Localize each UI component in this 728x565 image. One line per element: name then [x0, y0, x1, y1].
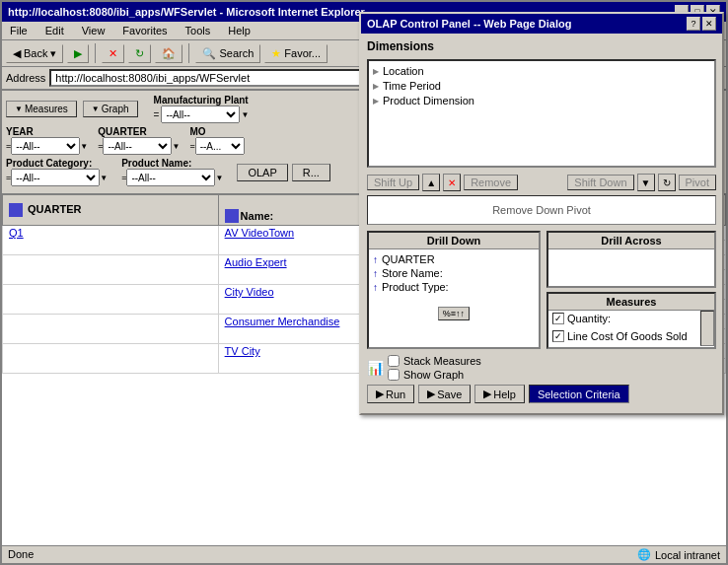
dimension-location[interactable]: ▶ Location [373, 65, 710, 77]
store-link[interactable]: AV VideoTown [225, 227, 295, 239]
shift-up-x-button[interactable]: ✕ [443, 174, 461, 191]
drill-arrow-0: ↑ [373, 254, 378, 265]
quarter-col-icon [9, 203, 23, 217]
menu-edit[interactable]: Edit [41, 24, 68, 37]
save-arrow-icon: ▶ [427, 388, 435, 400]
menu-tools[interactable]: Tools [182, 24, 215, 37]
dimension-time-period[interactable]: ▶ Time Period [373, 80, 710, 92]
olap-dialog: OLAP Control Panel -- Web Page Dialog ? … [359, 12, 724, 415]
dimension-product[interactable]: ▶ Product Dimension [373, 95, 710, 106]
drill-label-2: Product Type: [382, 281, 449, 293]
measure-check-0[interactable]: ✓ [552, 313, 564, 324]
dialog-controls: ? ✕ [687, 17, 716, 31]
measures-drill-container: Drill Across Measures ✓ Quantity: [546, 231, 716, 349]
shift-up-arrow-button[interactable]: ▲ [422, 174, 440, 191]
favorites-button[interactable]: ★ Favor... [264, 44, 328, 63]
quarter-dropdown-icon[interactable]: ▼ [172, 142, 180, 151]
stop-button[interactable]: ✕ [102, 44, 124, 63]
product-name-label: Product Name: [121, 158, 223, 169]
menu-favorites[interactable]: Favorites [118, 24, 171, 37]
back-button[interactable]: ◀ Back ▾ [6, 44, 63, 63]
remove-button[interactable]: Remove [464, 175, 518, 190]
run-button[interactable]: ▶ Run [367, 385, 414, 403]
pc-dropdown-icon[interactable]: ▼ [100, 174, 108, 182]
dropdown-arrow-icon: ▾ [50, 47, 56, 60]
home-button[interactable]: 🏠 [155, 44, 182, 63]
help-arrow-icon: ▶ [483, 388, 491, 400]
dim-label-1: Time Period [383, 80, 441, 92]
menu-view[interactable]: View [78, 24, 109, 37]
stack-measures-checkbox[interactable] [388, 355, 400, 367]
show-graph-checkbox[interactable] [388, 369, 400, 381]
pivot-button[interactable]: Pivot [679, 175, 716, 190]
store-link[interactable]: City Video [225, 286, 274, 298]
measures-container: Measures ✓ Quantity: ✓ Line Cost Of Good… [546, 292, 716, 349]
measures-tab-icon: ▼ [15, 105, 23, 113]
dim-label-2: Product Dimension [383, 95, 474, 106]
dimensions-panel: ▶ Location ▶ Time Period ▶ Product Dimen… [367, 59, 716, 168]
search-button[interactable]: 🔍 Search [195, 44, 260, 63]
year-select[interactable]: --All-- [11, 137, 80, 155]
mo-select[interactable]: --A... [195, 137, 245, 155]
run-page-button[interactable]: R... [292, 164, 330, 181]
measures-scrollbar[interactable] [700, 311, 714, 346]
store-link[interactable]: Consumer Merchandise [225, 316, 340, 327]
dialog-close-button[interactable]: ✕ [702, 17, 716, 31]
product-name-select[interactable]: --All-- [126, 169, 215, 186]
drill-item-1[interactable]: ↑ Store Name: [373, 267, 535, 279]
col-header-quarter: QUARTER [3, 195, 219, 226]
shift-down-button[interactable]: Shift Down [567, 175, 633, 190]
refresh-icon: ↻ [135, 47, 144, 60]
manufacturing-plant-select[interactable]: --All-- [161, 106, 240, 123]
drill-arrow-1: ↑ [373, 268, 378, 279]
olap-button[interactable]: OLAP [237, 164, 287, 181]
show-graph-option: Show Graph [388, 369, 481, 381]
quarter-label: QUARTER [98, 126, 180, 137]
mfg-dropdown-icon[interactable]: ▼ [241, 110, 249, 119]
run-arrow-icon: ▶ [376, 388, 384, 400]
graph-tab[interactable]: ▼ Graph [83, 101, 138, 117]
refresh-button[interactable]: ↻ [128, 44, 151, 63]
store-link[interactable]: Audio Expert [225, 256, 287, 268]
drill-down-list: ↑ QUARTER ↑ Store Name: ↑ Product Type: [369, 249, 539, 299]
star-icon: ★ [271, 47, 281, 60]
drill-item-2[interactable]: ↑ Product Type: [373, 281, 535, 293]
quarter-link[interactable]: Q1 [9, 227, 24, 239]
dim-arrow-icon-1: ▶ [373, 82, 379, 91]
quarter-select[interactable]: --All-- [103, 137, 172, 155]
stack-measures-label: Stack Measures [403, 355, 481, 367]
drill-down-scroll-button[interactable]: %≡↑↑ [438, 307, 470, 320]
menu-file[interactable]: File [6, 24, 32, 37]
measure-label-1: Line Cost Of Goods Sold [567, 330, 688, 342]
forward-button[interactable]: ▶ [67, 44, 89, 63]
bar-chart-icon: 📊 [367, 360, 384, 376]
save-button[interactable]: ▶ Save [418, 385, 471, 403]
stop-icon: ✕ [109, 47, 117, 60]
measure-item-1: ✓ Line Cost Of Goods Sold [548, 328, 700, 344]
dialog-question-button[interactable]: ? [687, 17, 700, 31]
menu-help[interactable]: Help [224, 24, 255, 37]
measure-label-0: Quantity: [567, 313, 611, 324]
search-icon: 🔍 [202, 47, 216, 60]
shift-down-arrow-button[interactable]: ▼ [637, 174, 655, 191]
product-category-select[interactable]: --All-- [11, 169, 100, 186]
quarter-cell [3, 255, 219, 285]
shift-cycle-button[interactable]: ↻ [658, 174, 676, 191]
options-section: Stack Measures Show Graph [388, 355, 481, 381]
selection-criteria-button[interactable]: Selection Criteria [529, 385, 629, 403]
store-col-icon [225, 209, 239, 223]
measures-tab[interactable]: ▼ Measures [6, 101, 77, 117]
help-button[interactable]: ▶ Help [474, 385, 525, 403]
year-dropdown-icon[interactable]: ▼ [80, 142, 88, 151]
measure-check-1[interactable]: ✓ [552, 330, 564, 342]
pn-dropdown-icon[interactable]: ▼ [215, 174, 223, 182]
dialog-title-bar: OLAP Control Panel -- Web Page Dialog ? … [361, 14, 722, 34]
store-link[interactable]: TV City [225, 345, 260, 357]
manufacturing-plant-label: Manufacturing Plant [154, 95, 250, 106]
shift-up-button[interactable]: Shift Up [367, 175, 419, 190]
drill-item-0[interactable]: ↑ QUARTER [373, 253, 535, 265]
quarter-cell [3, 344, 219, 374]
dialog-action-buttons: ▶ Run ▶ Save ▶ Help Selection Criteria [367, 385, 716, 403]
dimensions-title: Dimensions [367, 39, 716, 53]
status-left: Done [8, 548, 34, 561]
